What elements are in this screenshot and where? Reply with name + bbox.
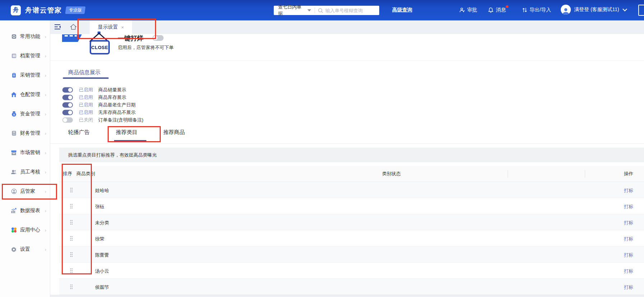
one-key-close-title: 一键打烊 (118, 34, 144, 43)
sidebar-item-warehouse[interactable]: 仓配管理› (0, 85, 50, 104)
chevron-right-icon: › (45, 92, 46, 97)
approval-button[interactable]: 审批 (459, 7, 477, 13)
archives-icon (11, 53, 17, 59)
divider (508, 170, 508, 178)
table-row: 娃哈哈 打标 (59, 182, 644, 198)
drag-handle-icon[interactable] (70, 220, 73, 226)
category-name: 张钰 (95, 203, 104, 210)
subtab-carousel-ads[interactable]: 轮播广告 (68, 129, 90, 136)
mark-link[interactable]: 打标 (624, 268, 633, 274)
toggle-order-remarks[interactable] (62, 117, 73, 123)
category-hint-bar: 挑选重点类目打标推荐，有效提高品类曝光 (59, 148, 644, 162)
sidebar-item-funds[interactable]: ¥ 资金管理› (0, 104, 50, 124)
app-logo-icon: 舟 (11, 5, 21, 15)
search-scope-dropdown[interactable]: 查七日内单据 (274, 4, 315, 17)
app-center-icon (11, 227, 17, 233)
table-row: 未分类 打标 (59, 214, 644, 230)
column-header-status: 类别状态 (382, 171, 401, 177)
drag-handle-icon[interactable] (70, 284, 73, 291)
drag-handle-icon[interactable] (70, 187, 73, 194)
tab-bar: 显示设置 × (50, 20, 644, 34)
tab-close-icon[interactable]: × (121, 25, 124, 30)
table-row: 张钰 打标 (59, 198, 644, 214)
mark-link[interactable]: 打标 (624, 220, 633, 226)
subtab-recommended-categories[interactable]: 推荐类目 (116, 129, 137, 136)
toggle-oldest-production-date[interactable] (62, 102, 73, 107)
bell-icon (488, 7, 494, 13)
clipped-corner-element (638, 5, 644, 16)
category-name: 侯圆节 (95, 284, 109, 291)
sidebar-item-finance[interactable]: 财务管理› (0, 124, 50, 143)
export-import-button[interactable]: 导出/导入 (522, 7, 551, 13)
approval-icon (459, 7, 465, 13)
search-input[interactable] (325, 8, 379, 13)
chevron-right-icon: › (45, 111, 46, 117)
table-row: 汤小云 打标 (59, 263, 644, 279)
sidebar-item-archives[interactable]: 档案管理› (0, 46, 50, 66)
table-row: 侯圆节 打标 (59, 279, 644, 295)
page-bottom-strip (50, 295, 644, 297)
advanced-query-link[interactable]: 高级查询 (392, 7, 412, 13)
mark-link[interactable]: 打标 (624, 236, 633, 242)
message-label: 消息 (496, 7, 506, 13)
message-button[interactable]: 消息 (488, 7, 506, 13)
sidebar-item-marketing[interactable]: 市场营销› (0, 143, 50, 162)
user-menu[interactable]: 满登登 (客服测试11) (561, 5, 626, 15)
unread-dot-badge (506, 5, 508, 8)
sidebar-item-shop-manager[interactable]: 店管家› (0, 182, 50, 201)
chevron-right-icon: › (45, 227, 46, 233)
toggle-hide-out-of-stock[interactable] (62, 110, 73, 115)
sidebar-item-staff-assessment[interactable]: 员工考核› (0, 162, 50, 182)
sidebar-item-reports[interactable]: 数据报表› (0, 201, 50, 220)
home-icon[interactable] (70, 24, 77, 32)
mark-link[interactable]: 打标 (624, 252, 633, 258)
category-name: 陈蕾蕾 (95, 252, 109, 258)
main-area: 显示设置 × CLOSE 一键打烊 启用后，店管家将不可下单 商品信息展示 已启… (50, 20, 644, 297)
category-name: 未分类 (95, 220, 109, 226)
purchase-sales-icon (11, 72, 17, 78)
section-title-product-info: 商品信息展示 (68, 69, 100, 76)
avatar-person-icon (562, 7, 570, 15)
user-name: 满登登 (客服测试11) (574, 6, 619, 13)
avatar (561, 5, 571, 15)
drag-handle-icon[interactable] (70, 236, 73, 243)
app-title: 舟谱云管家 (25, 6, 62, 15)
column-header-action: 操作 (624, 171, 633, 177)
drag-handle-icon[interactable] (70, 252, 73, 259)
chevron-right-icon: › (45, 150, 46, 155)
toggle-sales-display[interactable] (62, 87, 73, 92)
warehouse-icon (11, 92, 17, 98)
global-search-box: 查七日内单据 (274, 6, 379, 15)
search-icon (318, 8, 323, 13)
reports-icon (11, 208, 17, 214)
category-name: 徐荣 (95, 236, 104, 242)
chevron-right-icon: › (45, 131, 46, 136)
mark-link[interactable]: 打标 (624, 187, 633, 194)
one-key-close-toggle[interactable] (152, 35, 164, 41)
sidebar-item-common-functions[interactable]: 常用功能› (0, 27, 50, 46)
chevron-right-icon: › (45, 247, 46, 252)
chevron-down-icon (622, 7, 627, 11)
funds-icon: ¥ (11, 111, 17, 117)
active-subtab-underline (114, 140, 146, 141)
subtab-recommended-products[interactable]: 推荐商品 (163, 129, 185, 136)
export-import-icon (522, 7, 527, 13)
recommended-categories-table: 排序 商品类别 类别状态 操作 娃哈哈 打标 张钰 打标 (59, 166, 644, 295)
svg-text:¥: ¥ (13, 113, 15, 116)
toggle-row-stock-display: 已启用 商品库存展示 (62, 94, 144, 101)
sidebar-nav: 常用功能› 档案管理› 采销管理› 仓配管理› ¥ 资金管理› 财务管理› 市场… (0, 20, 50, 297)
collapse-sidebar-icon[interactable] (54, 24, 61, 32)
toggle-stock-display[interactable] (62, 95, 73, 100)
display-toggle-list: 已启用 商品销量展示 已启用 商品库存展示 已启用 商品最老生产日期 已启用 无… (62, 86, 144, 124)
toggle-row-sales-display: 已启用 商品销量展示 (62, 86, 144, 94)
divider (50, 143, 644, 144)
sidebar-item-purchase-sales[interactable]: 采销管理› (0, 66, 50, 85)
sidebar-item-settings[interactable]: 设置› (0, 240, 50, 259)
chevron-right-icon: › (45, 189, 46, 194)
mark-link[interactable]: 打标 (624, 284, 633, 291)
mark-link[interactable]: 打标 (624, 203, 633, 210)
drag-handle-icon[interactable] (70, 268, 73, 275)
toggle-row-hide-out-of-stock: 已启用 无库存商品不展示 (62, 109, 144, 116)
drag-handle-icon[interactable] (70, 203, 73, 210)
sidebar-item-app-center[interactable]: 应用中心› (0, 220, 50, 240)
